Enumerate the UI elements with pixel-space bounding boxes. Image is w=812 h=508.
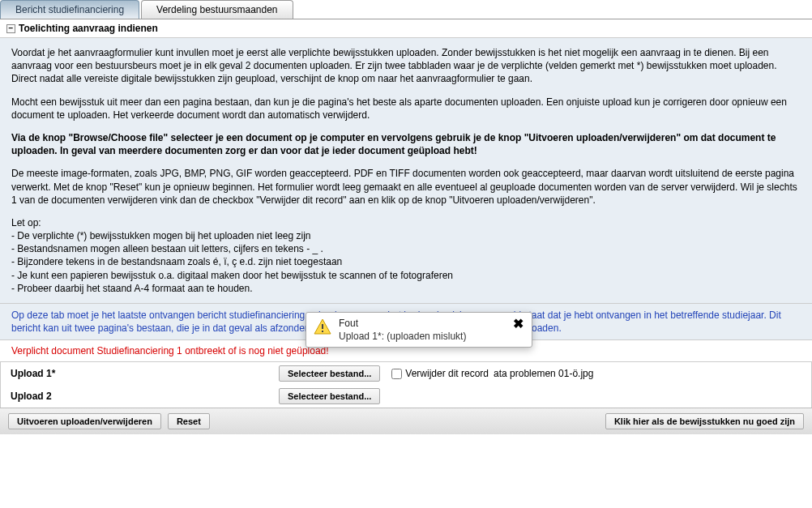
notes-heading: Let op: <box>11 216 801 229</box>
uploaded-filename: ata problemen 01-ö.jpg <box>494 368 593 379</box>
paragraph-intro: Voordat je het aanvraagformulier kunt in… <box>11 46 801 86</box>
note-line: - Je kunt een papieren bewijsstuk o.a. d… <box>11 269 801 282</box>
svg-rect-1 <box>322 331 323 332</box>
warning-icon <box>313 318 332 337</box>
close-icon[interactable]: ✖ <box>511 318 525 331</box>
tab-bericht-studiefinanciering[interactable]: Bericht studiefinanciering <box>0 0 139 19</box>
upload-label-2: Upload 2 <box>7 391 279 402</box>
upload-row-1: Upload 1* Selecteer bestand... Verwijder… <box>1 362 811 385</box>
paragraph-browse-bold: Via de knop "Browse/Choose file" selecte… <box>11 131 801 157</box>
section-header-toelichting[interactable]: − Toelichting aanvraag indienen <box>0 19 812 38</box>
remove-record-label: Verwijder dit record <box>405 368 489 379</box>
remove-record-checkbox[interactable] <box>391 369 402 379</box>
reset-button[interactable]: Reset <box>168 413 210 429</box>
upload-row-2: Upload 2 Selecteer bestand... <box>1 385 811 408</box>
note-line: - De verplichte (*) bewijsstukken mogen … <box>11 229 801 242</box>
execute-upload-button[interactable]: Uitvoeren uploaden/verwijderen <box>8 413 161 429</box>
note-line: - Bestandsnamen mogen alleen bestaan uit… <box>11 242 801 255</box>
note-line: - Probeer daarbij het staand A-4 formaat… <box>11 282 801 295</box>
error-popup: Fout Upload 1*: (uploaden mislukt) ✖ <box>306 312 532 348</box>
collapse-icon[interactable]: − <box>6 24 15 33</box>
upload-label-1: Upload 1* <box>7 368 279 379</box>
upload-section: Upload 1* Selecteer bestand... Verwijder… <box>0 362 812 408</box>
paragraph-multipages: Mocht een bewijsstuk uit meer dan een pa… <box>11 96 801 122</box>
select-file-button-1[interactable]: Selecteer bestand... <box>279 365 380 382</box>
instruction-panel: Voordat je het aanvraagformulier kunt in… <box>0 38 812 304</box>
paragraph-formats: De meeste image-formaten, zoals JPG, BMP… <box>11 167 801 207</box>
select-file-button-2[interactable]: Selecteer bestand... <box>279 388 380 404</box>
popup-message: Upload 1*: (uploaden mislukt) <box>339 331 466 342</box>
popup-title: Fout <box>339 318 466 329</box>
notes-block: Let op: - De verplichte (*) bewijsstukke… <box>11 216 801 295</box>
bottom-toolbar: Uitvoeren uploaden/verwijderen Reset Kli… <box>0 408 812 434</box>
note-line: - Bijzondere tekens in de bestandsnaam z… <box>11 255 801 268</box>
continue-button[interactable]: Klik hier als de bewijsstukken nu goed z… <box>605 413 804 429</box>
section-title: Toelichting aanvraag indienen <box>19 23 158 34</box>
tab-bar: Bericht studiefinanciering Verdeling bes… <box>0 0 812 19</box>
remove-record-wrap[interactable]: Verwijder dit record <box>391 368 489 379</box>
tab-verdeling-bestuursmaanden[interactable]: Verdeling bestuursmaanden <box>141 0 293 19</box>
svg-rect-0 <box>322 324 323 329</box>
